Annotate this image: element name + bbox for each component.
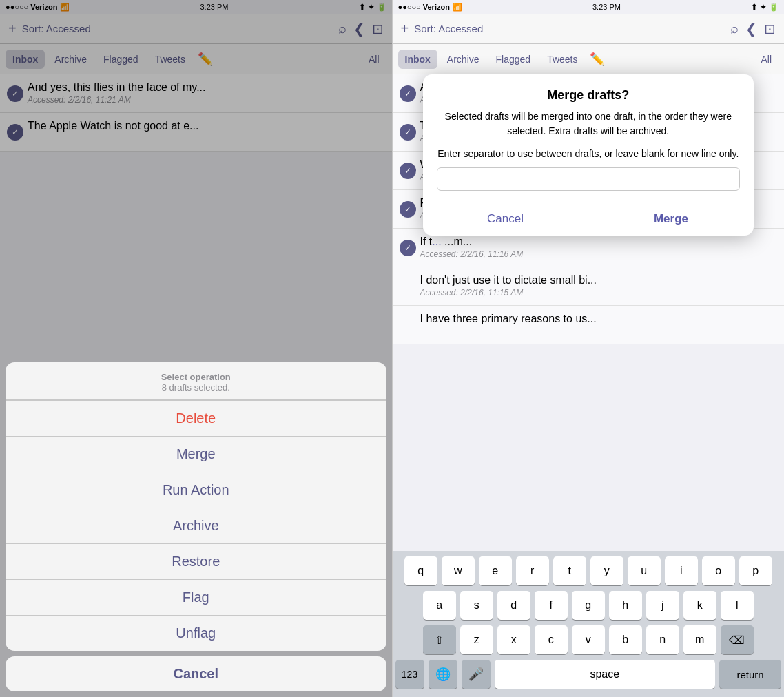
keyboard-row-1: q w e r t y u i o p <box>393 551 785 585</box>
keyboard-row-3: ⇧ z x c v b n m ⌫ <box>393 620 785 654</box>
action-sheet-header: Select operation 8 drafts selected. <box>6 362 386 400</box>
delete-button[interactable]: Delete <box>6 400 386 436</box>
merge-separator-input[interactable] <box>437 167 740 191</box>
right-date-5: Accessed: 2/2/16, 11:16 AM <box>420 249 776 259</box>
action-sheet-main: Select operation 8 drafts selected. Dele… <box>6 362 386 651</box>
key-x[interactable]: x <box>497 625 530 654</box>
action-sheet-title: Select operation <box>17 372 375 382</box>
key-z[interactable]: z <box>460 625 493 654</box>
merge-dialog: Merge drafts? Selected drafts will be me… <box>423 74 754 236</box>
key-123[interactable]: 123 <box>395 660 424 689</box>
right-subject-5: If t... ...m... <box>420 236 776 248</box>
key-mic[interactable]: 🎤 <box>462 660 491 689</box>
right-tab-inbox[interactable]: Inbox <box>398 50 437 69</box>
right-expand-button[interactable]: ⊡ <box>764 21 776 37</box>
key-i[interactable]: i <box>665 556 698 585</box>
key-d[interactable]: d <box>497 591 530 620</box>
right-location-icon: ⬆ <box>751 3 757 12</box>
right-phone-panel: ●●○○○ Verizon 📶 3:23 PM ⬆ ✦ 🔋 + Sort: Ac… <box>393 0 785 697</box>
merge-dialog-title: Merge drafts? <box>437 88 740 103</box>
key-l[interactable]: l <box>721 591 754 620</box>
right-sort-label[interactable]: Sort: Accessed <box>414 23 483 34</box>
right-tab-all[interactable]: All <box>754 50 778 69</box>
right-right-icons: ⬆ ✦ 🔋 <box>751 3 778 12</box>
merge-dialog-body: Selected drafts will be merged into one … <box>437 110 740 138</box>
right-tab-tweets[interactable]: Tweets <box>540 50 584 69</box>
merge-button[interactable]: Merge <box>6 436 386 472</box>
right-add-button[interactable]: + <box>401 21 409 37</box>
key-k[interactable]: k <box>683 591 716 620</box>
key-j[interactable]: j <box>646 591 679 620</box>
key-u[interactable]: u <box>628 556 661 585</box>
unflag-button[interactable]: Unflag <box>6 615 386 651</box>
key-y[interactable]: y <box>590 556 623 585</box>
key-e[interactable]: e <box>479 556 512 585</box>
right-time: 3:23 PM <box>592 3 621 11</box>
key-delete[interactable]: ⌫ <box>721 625 754 654</box>
key-space[interactable]: space <box>495 660 716 689</box>
key-return[interactable]: return <box>719 660 781 689</box>
right-toolbar: + Sort: Accessed ⌕ ❮ ⊡ <box>393 14 785 44</box>
right-battery-icon: 🔋 <box>769 3 778 12</box>
key-w[interactable]: w <box>442 556 475 585</box>
merge-dialog-overlay: Merge drafts? Selected drafts will be me… <box>393 74 785 236</box>
keyboard-row-2: a s d f g h j k l <box>393 585 785 620</box>
right-email-7: I have three primary reasons to us... <box>393 306 785 344</box>
key-q[interactable]: q <box>404 556 437 585</box>
right-tab-archive[interactable]: Archive <box>440 50 486 69</box>
right-tab-bar: Inbox Archive Flagged Tweets ✏️ All <box>393 44 785 74</box>
key-m[interactable]: m <box>683 625 716 654</box>
key-r[interactable]: r <box>516 556 549 585</box>
key-f[interactable]: f <box>535 591 568 620</box>
right-search-button[interactable]: ⌕ <box>730 21 739 37</box>
merge-dialog-separator: Enter separator to use between drafts, o… <box>437 148 740 159</box>
merge-confirm-button[interactable]: Merge <box>588 202 754 236</box>
key-a[interactable]: a <box>423 591 456 620</box>
left-phone-panel: ●●○○○ Verizon 📶 3:23 PM ⬆ ✦ 🔋 + Sort: Ac… <box>0 0 392 697</box>
cancel-button[interactable]: Cancel <box>6 656 386 691</box>
merge-dialog-buttons: Cancel Merge <box>423 202 754 236</box>
right-edit-icon[interactable]: ✏️ <box>590 52 605 67</box>
key-p[interactable]: p <box>739 556 772 585</box>
key-s[interactable]: s <box>460 591 493 620</box>
right-subject-7: I have three primary reasons to us... <box>420 313 776 325</box>
run-action-button[interactable]: Run Action <box>6 472 386 508</box>
right-wifi-icon: 📶 <box>453 3 462 12</box>
key-o[interactable]: o <box>702 556 735 585</box>
key-globe[interactable]: 🌐 <box>429 660 457 689</box>
action-sheet: Select operation 8 drafts selected. Dele… <box>0 357 392 697</box>
right-bluetooth-icon: ✦ <box>760 3 766 12</box>
key-g[interactable]: g <box>572 591 605 620</box>
restore-button[interactable]: Restore <box>6 543 386 579</box>
flag-button[interactable]: Flag <box>6 579 386 615</box>
right-status-bar: ●●○○○ Verizon 📶 3:23 PM ⬆ ✦ 🔋 <box>393 0 785 14</box>
key-v[interactable]: v <box>572 625 605 654</box>
action-sheet-subtitle: 8 drafts selected. <box>17 382 375 393</box>
action-sheet-overlay: Select operation 8 drafts selected. Dele… <box>0 0 392 697</box>
right-email-6: I don't just use it to dictate small bi.… <box>393 267 785 306</box>
key-shift[interactable]: ⇧ <box>423 625 456 654</box>
key-h[interactable]: h <box>609 591 642 620</box>
right-carrier: ●●○○○ Verizon 📶 <box>398 3 462 12</box>
key-n[interactable]: n <box>646 625 679 654</box>
right-check-5: ✓ <box>400 240 416 256</box>
key-b[interactable]: b <box>609 625 642 654</box>
right-subject-6: I don't just use it to dictate small bi.… <box>420 274 776 287</box>
archive-button[interactable]: Archive <box>6 508 386 543</box>
merge-cancel-button[interactable]: Cancel <box>423 202 589 236</box>
right-tab-flagged[interactable]: Flagged <box>489 50 538 69</box>
keyboard: q w e r t y u i o p a s d f g h j k l ⇧ … <box>393 551 785 697</box>
key-t[interactable]: t <box>553 556 586 585</box>
key-c[interactable]: c <box>535 625 568 654</box>
action-sheet-cancel-container: Cancel <box>6 656 386 691</box>
keyboard-bottom-row: 123 🌐 🎤 space return <box>393 654 785 697</box>
right-date-6: Accessed: 2/2/16, 11:15 AM <box>420 288 776 298</box>
right-back-button[interactable]: ❮ <box>745 21 757 37</box>
